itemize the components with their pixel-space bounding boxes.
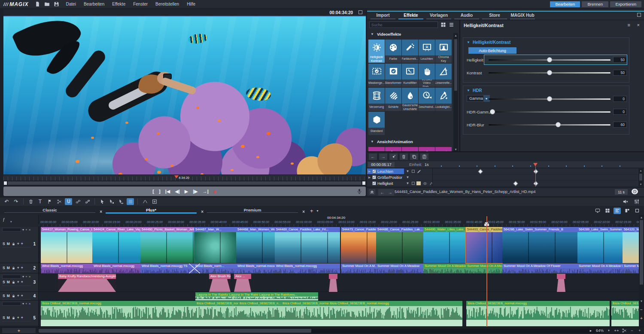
- track-header-5[interactable]: ▾+×SM++5: [0, 301, 38, 326]
- track-name-box[interactable]: [2, 228, 21, 232]
- preview-video-frame[interactable]: [3, 16, 366, 175]
- cursor-single-button[interactable]: [108, 198, 115, 205]
- effect-tile-speed[interactable]: Geschwind...: [419, 88, 435, 111]
- close-icon[interactable]: ×: [29, 275, 31, 279]
- overview-mode-button[interactable]: [604, 208, 611, 214]
- clip[interactable]: Laguna In The Rainfores...: [258, 292, 318, 300]
- keyframe-ruler[interactable]: 00:00:05:17 Einheit: 1s: [367, 161, 644, 168]
- workspace-more-dropdown[interactable]: ▾: [317, 209, 319, 213]
- workspace-tab-premium[interactable]: Premium×: [207, 208, 298, 213]
- track-fx-up-icon[interactable]: +: [17, 242, 19, 246]
- slider-value[interactable]: 60: [613, 122, 627, 128]
- effect-checkbox[interactable]: ✓: [372, 181, 376, 185]
- effect-tile-brightness-contrast[interactable]: Helligkeit/ Kontrast: [368, 40, 385, 63]
- timeline-vscroll-bar[interactable]: ▲ ▼ − +: [639, 215, 644, 327]
- marker-flag-button[interactable]: [46, 198, 53, 205]
- list-view-icon[interactable]: [448, 21, 454, 28]
- tab-magix-hub[interactable]: MAGIX Hub: [510, 12, 535, 19]
- track-header-3[interactable]: ▾+×SM++3: [0, 274, 38, 292]
- scroll-up-icon[interactable]: ▲: [639, 215, 644, 220]
- menu-datei[interactable]: Datei: [66, 2, 76, 6]
- exportieren-button[interactable]: Exportieren: [610, 1, 641, 7]
- storyboard-mode-button[interactable]: [623, 208, 631, 214]
- track-mute-button[interactable]: M: [7, 294, 10, 298]
- track-fx-up-icon[interactable]: +: [17, 294, 19, 298]
- audio-mixer-icon[interactable]: [634, 199, 640, 205]
- clip[interactable]: Alex Brush Randb...: [209, 274, 231, 292]
- track-solo-button[interactable]: S: [3, 266, 5, 270]
- record-audio-mic-icon[interactable]: [356, 188, 362, 195]
- add-icon[interactable]: +: [25, 228, 27, 232]
- next-object-icon[interactable]: →: [386, 189, 394, 196]
- effect-tile-distortion[interactable]: Verzerrung: [368, 88, 385, 111]
- effect-tile-glow[interactable]: Leuchten: [419, 40, 435, 63]
- razor-split-button[interactable]: [55, 198, 63, 205]
- track-fx-up-icon[interactable]: +: [17, 266, 19, 270]
- paste-keyframes-button[interactable]: [420, 153, 428, 160]
- prev-frame-button[interactable]: ◀|: [175, 189, 180, 194]
- detach-panel-icon[interactable]: [637, 13, 641, 17]
- jump-end-button[interactable]: →|: [203, 189, 209, 194]
- track-solo-button[interactable]: S: [3, 280, 5, 284]
- clip[interactable]: 544469_Canoe_Paddles_Lake_Fri...: [275, 227, 340, 263]
- range-bar[interactable]: [8, 181, 361, 185]
- track-lock-icon[interactable]: [12, 242, 15, 246]
- menu-bereitstellen[interactable]: Bereitstellen: [155, 2, 179, 6]
- razor-icon[interactable]: [622, 328, 627, 333]
- tab-vorlagen[interactable]: Vorlagen: [426, 12, 451, 19]
- add-icon[interactable]: +: [25, 302, 27, 306]
- keyframe-diamond[interactable]: [533, 169, 538, 174]
- redo-button[interactable]: ↷: [12, 198, 20, 205]
- grid-view-icon[interactable]: [440, 21, 446, 28]
- timeline-mode-button[interactable]: [614, 208, 621, 214]
- timeline-playhead[interactable]: [486, 216, 487, 327]
- text-title-button[interactable]: T: [36, 198, 44, 205]
- clip[interactable]: Wind Blasts_normal.mxcogg: [41, 264, 92, 273]
- range-in-button[interactable]: [: [152, 189, 154, 194]
- keyframe-lane[interactable]: [432, 181, 638, 186]
- range-out-button[interactable]: ]: [159, 189, 161, 194]
- track-fx-down-icon[interactable]: +: [21, 242, 23, 246]
- track-header-4[interactable]: SM++4: [0, 292, 38, 300]
- clip[interactable]: 544473_Canoe_Paddles...: [341, 227, 376, 263]
- track-name-box[interactable]: [2, 302, 21, 306]
- track-solo-button[interactable]: S: [3, 294, 5, 298]
- scroll-down-icon[interactable]: ▼: [453, 147, 458, 151]
- interpolation-icon[interactable]: [412, 170, 415, 173]
- effect-tile-look-matching[interactable]: Lookabglei...: [435, 88, 452, 111]
- track-name-box[interactable]: [2, 275, 21, 279]
- tab-effekte[interactable]: Effekte: [398, 12, 423, 19]
- crossfade-marker[interactable]: [189, 264, 200, 273]
- keyframe-diamond[interactable]: [478, 169, 483, 174]
- timeline-ruler[interactable]: 00:04:34:20 00:00:00:0000:00:05:0000:00:…: [39, 215, 644, 227]
- track-lane-1[interactable]: 544417_Woman_Rowing_Canoe_Lake_By_H...54…: [39, 227, 644, 263]
- clock-icon[interactable]: [632, 189, 638, 194]
- save-project-icon[interactable]: [54, 1, 59, 7]
- slider-knob[interactable]: [490, 109, 495, 114]
- chevron-down-icon[interactable]: ▼: [405, 181, 410, 186]
- effect-tile-stencil-shapes[interactable]: Stanzformen: [385, 64, 401, 87]
- slider-value[interactable]: 50: [613, 57, 627, 63]
- zoom-level[interactable]: 64%: [596, 328, 604, 333]
- clip[interactable]: 544486_Canoe_Paddles_Lak...: [376, 227, 423, 263]
- clip[interactable]: Summer Mood On A M...: [341, 264, 376, 273]
- add-icon[interactable]: +: [25, 275, 27, 279]
- browser-scrollbar[interactable]: ▲ ▼: [453, 33, 458, 151]
- clip[interactable]: 544467_Man_W...: [194, 227, 236, 263]
- track-mute-button[interactable]: M: [7, 280, 10, 284]
- slider-track[interactable]: [489, 111, 611, 113]
- collapse-triangle-icon[interactable]: ▼: [371, 32, 374, 36]
- speaker-muted-icon[interactable]: [623, 199, 629, 205]
- scroll-down-icon[interactable]: ▼: [639, 299, 644, 303]
- slider-knob[interactable]: [547, 70, 552, 75]
- keyframe-row-name[interactable]: ▶✓Leuchten: [367, 169, 404, 174]
- program-monitor-button[interactable]: [594, 208, 601, 214]
- close-tab-icon[interactable]: ×: [302, 209, 305, 214]
- brennen-button[interactable]: Brennen: [582, 1, 608, 7]
- workspace-tab-plus[interactable]: Plus*×: [106, 208, 197, 214]
- track-header-1[interactable]: ▾+×SM++1: [0, 227, 38, 263]
- slider-value[interactable]: 0: [613, 96, 627, 102]
- add-track-button[interactable]: +: [2, 328, 36, 333]
- prev-keyframe-button[interactable]: ←: [369, 153, 377, 160]
- track-lane-4[interactable]: Laguna In The Rainforest _n...Laguna In …: [39, 292, 644, 300]
